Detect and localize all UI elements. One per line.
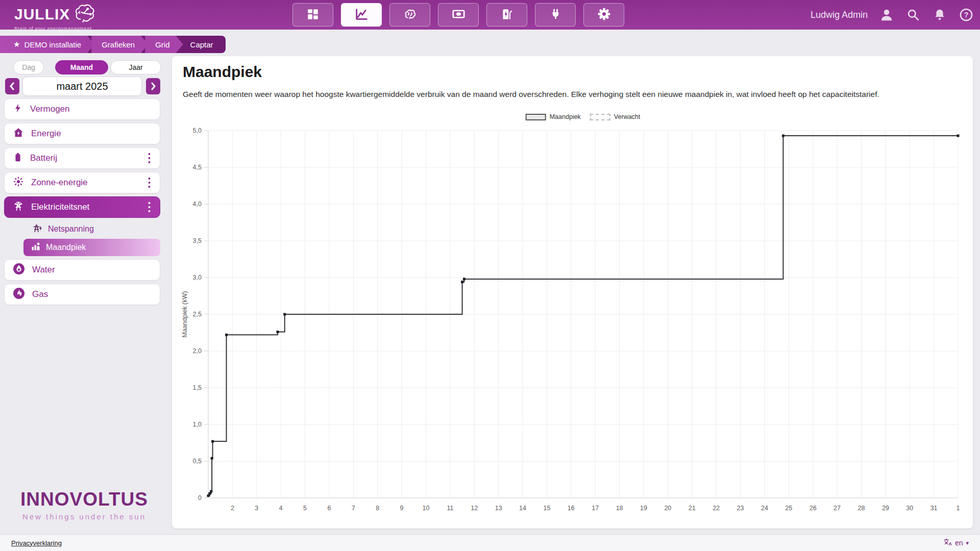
legend-label: Maandpiek	[550, 113, 581, 120]
sidebar-item-batterij[interactable]: Batterij	[4, 147, 160, 169]
chevron-down-icon: ▾	[966, 540, 969, 546]
page-title: Maandpiek	[183, 63, 262, 81]
logo-tagline: Brain of your energymanagment	[14, 26, 96, 31]
svg-text:0,5: 0,5	[193, 458, 202, 465]
date-selector[interactable]: maart 2025	[22, 77, 142, 96]
sidebar-item-gas[interactable]: Gas	[4, 284, 160, 305]
brain-icon	[403, 8, 416, 22]
svg-text:1,0: 1,0	[193, 421, 202, 428]
svg-text:5: 5	[303, 505, 307, 512]
star-icon: ★	[13, 40, 20, 49]
search-icon[interactable]	[905, 7, 921, 22]
svg-text:15: 15	[543, 505, 550, 512]
breadcrumb-captar[interactable]: Captar	[180, 36, 215, 53]
svg-text:28: 28	[857, 505, 865, 512]
legend-label: Verwacht	[614, 113, 640, 120]
gas-flame-icon	[13, 287, 25, 302]
dashboard-icon	[306, 8, 320, 22]
avatar[interactable]	[879, 7, 894, 22]
breadcrumb-grafieken[interactable]: Grafieken	[91, 36, 148, 53]
sidebar-item-energie[interactable]: Energie	[4, 123, 160, 144]
next-month-button[interactable]	[146, 78, 160, 94]
svg-text:14: 14	[519, 505, 526, 512]
tab-dag[interactable]: Dag	[13, 60, 44, 74]
svg-text:4,5: 4,5	[193, 164, 202, 171]
sidebar-subitem-netspanning[interactable]: Netspanning	[33, 222, 94, 236]
svg-text:31: 31	[930, 505, 938, 512]
nav-ai-button[interactable]	[389, 3, 430, 27]
sidebar-item-water[interactable]: Water	[4, 259, 160, 281]
kebab-menu-icon[interactable]	[144, 152, 154, 165]
sidebar-item-zonne-energie[interactable]: Zonne-energie	[4, 172, 160, 193]
grid-voltage-icon	[33, 223, 43, 235]
svg-text:2,5: 2,5	[193, 311, 202, 318]
svg-text:21: 21	[689, 505, 696, 512]
svg-text:20: 20	[664, 505, 671, 512]
svg-text:13: 13	[495, 505, 502, 512]
help-icon[interactable]: ?	[959, 7, 974, 22]
kebab-menu-icon[interactable]	[144, 176, 154, 189]
breadcrumb-label: Captar	[190, 40, 213, 49]
nav-finance-button[interactable]	[438, 3, 479, 27]
legend-swatch-solid	[526, 114, 546, 120]
sidebar-item-elektriciteitsnet[interactable]: Elektriciteitsnet	[4, 196, 160, 218]
main-nav	[292, 3, 624, 27]
svg-text:Maandpiek (kW): Maandpiek (kW)	[181, 291, 188, 338]
sidebar-subitem-maandpiek[interactable]: Maandpiek	[23, 239, 160, 256]
privacy-link[interactable]: Privacyverklaring	[11, 539, 62, 547]
maandpiek-step-chart: 00,51,01,52,02,53,03,54,04,55,0234567891…	[179, 126, 967, 529]
brand-tagline: New things under the sun	[4, 512, 164, 521]
nav-ev-charging-button[interactable]	[486, 3, 527, 27]
peak-chart-icon	[31, 241, 41, 254]
svg-text:9: 9	[400, 505, 404, 512]
tab-maand[interactable]: Maand	[55, 60, 108, 74]
language-code: en	[955, 539, 963, 547]
language-selector[interactable]: A en ▾	[943, 538, 969, 548]
tab-jaar[interactable]: Jaar	[110, 60, 161, 74]
svg-text:3: 3	[255, 505, 258, 512]
sidebar-item-label: Batterij	[30, 153, 137, 163]
page-description: Geeft de momenten weer waarop het hoogst…	[183, 90, 948, 99]
main-content-card: Maandpiek Geeft de momenten weer waarop …	[172, 56, 973, 529]
svg-text:26: 26	[810, 505, 817, 512]
logo-text: JULLIX	[14, 7, 70, 22]
sidebar-item-vermogen[interactable]: Vermogen	[4, 98, 160, 120]
svg-text:A: A	[948, 541, 951, 546]
svg-text:7: 7	[352, 505, 355, 512]
svg-text:25: 25	[785, 505, 792, 512]
brand-logo: INNOVOLTUS	[4, 489, 164, 510]
sidebar: Dag Maand Jaar maart 2025 Vermogen Energ…	[4, 56, 164, 531]
translate-icon: A	[943, 538, 952, 548]
sidebar-item-label: Gas	[32, 289, 154, 299]
svg-text:4: 4	[279, 505, 283, 512]
notifications-bell-icon[interactable]	[932, 7, 947, 22]
battery-icon	[13, 152, 23, 165]
svg-text:?: ?	[964, 11, 969, 19]
nav-dashboard-button[interactable]	[292, 3, 333, 27]
svg-text:5,0: 5,0	[193, 127, 202, 134]
svg-text:12: 12	[471, 505, 478, 512]
line-chart-icon	[354, 7, 369, 23]
svg-text:10: 10	[423, 505, 430, 512]
svg-text:19: 19	[640, 505, 647, 512]
svg-text:22: 22	[713, 505, 720, 512]
sidebar-item-label: Zonne-energie	[31, 178, 137, 188]
house-energy-icon	[13, 127, 24, 140]
kebab-menu-icon[interactable]	[144, 201, 154, 214]
money-icon	[452, 7, 465, 22]
app-logo[interactable]: JULLIX Brain of your energymanagment	[14, 3, 96, 31]
user-area: Ludwig Admin	[811, 0, 974, 30]
brain-plug-logo-icon	[73, 3, 96, 26]
svg-text:16: 16	[568, 505, 575, 512]
svg-text:4,0: 4,0	[193, 201, 202, 208]
breadcrumb-grid[interactable]: Grid	[145, 36, 183, 53]
breadcrumb-installation[interactable]: ★ DEMO installatie	[0, 36, 94, 53]
svg-text:24: 24	[761, 505, 768, 512]
nav-settings-button[interactable]	[583, 3, 624, 27]
previous-month-button[interactable]	[5, 78, 19, 94]
water-drop-icon	[13, 263, 25, 277]
breadcrumb-label: Grafieken	[102, 40, 135, 49]
nav-charts-button[interactable]	[341, 3, 382, 27]
svg-text:8: 8	[376, 505, 379, 512]
nav-smart-plug-button[interactable]	[535, 3, 576, 27]
